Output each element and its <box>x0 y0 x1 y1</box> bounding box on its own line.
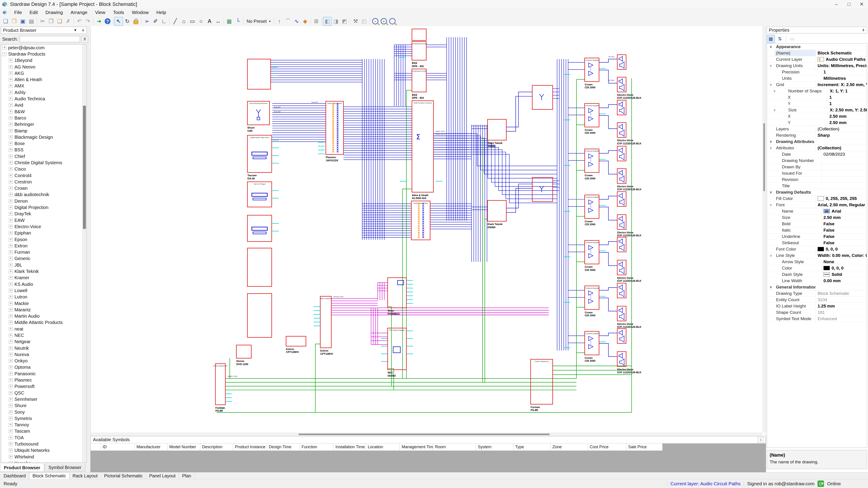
canvas-hscrollbar[interactable] <box>91 432 763 436</box>
tree-item-allen-heath[interactable]: +Allen & Heath <box>1 76 87 83</box>
expand-icon[interactable]: + <box>9 314 13 318</box>
property-row[interactable]: ∨GridIncrement: X: 2.50 mm, Y: 2 <box>767 82 867 88</box>
tree-item-furman[interactable]: +Furman <box>1 249 87 256</box>
text-tool-icon[interactable]: A <box>205 17 214 26</box>
close-button[interactable]: ✕ <box>855 0 868 8</box>
property-row[interactable]: ∨Attributes(Collection) <box>767 145 867 151</box>
property-row[interactable]: Y2.50 mm <box>767 120 867 126</box>
group-tool-icon[interactable]: ⊞ <box>312 17 320 26</box>
select-tool-icon[interactable]: ↖ <box>114 17 123 26</box>
tree-item-sennheiser[interactable]: +Sennheiser <box>1 396 87 402</box>
connector-tool-icon[interactable]: └ <box>234 17 242 26</box>
property-row[interactable]: BoldFalse <box>767 221 867 227</box>
drawing-canvas[interactable]: Dual Diversity ReceiverShureU4DDigital A… <box>90 26 766 436</box>
symbols-col-zone[interactable]: Zone <box>551 444 588 451</box>
fit-region-icon[interactable]: ◰ <box>360 17 368 26</box>
expand-icon[interactable]: + <box>9 219 13 222</box>
expand-icon[interactable]: + <box>9 180 13 184</box>
property-row[interactable]: Issued For <box>767 170 867 176</box>
property-row[interactable]: Fill Color0, 255, 255, 255 <box>767 195 867 202</box>
expand-icon[interactable]: + <box>9 84 13 88</box>
line-tool-icon[interactable]: ╱ <box>171 17 180 26</box>
delete-icon[interactable]: ✗ <box>64 17 72 26</box>
property-row[interactable]: Current LayerAudio Circuit Paths <box>767 56 867 63</box>
expand-icon[interactable]: + <box>9 244 13 248</box>
property-row[interactable]: Arrow StyleNone <box>767 259 867 265</box>
expand-icon[interactable]: + <box>9 186 13 190</box>
panel-header[interactable]: Product Browser ▼ <box>1 27 87 34</box>
expand-icon[interactable]: + <box>9 391 13 395</box>
property-row[interactable]: Size2.50 mm <box>767 215 867 221</box>
property-category[interactable]: ∨General Information <box>767 284 867 290</box>
expand-icon[interactable]: + <box>9 212 13 216</box>
expand-panel-button[interactable]: › <box>757 437 764 443</box>
expand-icon[interactable]: + <box>9 155 13 158</box>
tree-item-nec[interactable]: +NEC <box>1 332 87 338</box>
tab-product-browser[interactable]: Product Browser <box>0 464 44 472</box>
tree-root-item[interactable]: +peter@dpsav.com <box>1 44 87 51</box>
expand-icon[interactable]: + <box>9 429 13 433</box>
property-grid[interactable]: ∨Appearance(Name)Block SchematicCurrent … <box>767 43 867 448</box>
expand-icon[interactable]: + <box>9 461 13 463</box>
tree-item-sony[interactable]: +Sony <box>1 409 87 415</box>
tag-tool-icon[interactable]: ◆ <box>301 17 309 26</box>
tree-item-draytek[interactable]: +DrayTek <box>1 211 87 217</box>
expand-icon[interactable]: + <box>9 372 13 376</box>
tree-item-d-b-audiotechnik[interactable]: +d&b audiotechnik <box>1 192 87 198</box>
tree-item-ashly[interactable]: +Ashly <box>1 89 87 96</box>
tree-item-blackmagic-design[interactable]: +Blackmagic Design <box>1 134 87 140</box>
maximize-button[interactable]: □ <box>843 0 855 8</box>
tree-item-crestron[interactable]: +Crestron <box>1 179 87 185</box>
tree-item-epiphan[interactable]: +Epiphan <box>1 230 87 236</box>
property-row[interactable]: Drawing TypeBlock Schematic <box>767 290 867 297</box>
expand-icon[interactable]: + <box>9 269 13 273</box>
bezier-tool-icon[interactable]: ∿ <box>292 17 301 26</box>
tree-item-barco[interactable]: +Barco <box>1 115 87 121</box>
block-schematic-drawing[interactable]: Dual Diversity ReceiverShureU4DDigital A… <box>91 26 763 431</box>
search-input[interactable] <box>20 36 80 42</box>
expand-icon[interactable]: + <box>9 238 13 241</box>
tree-item-christie-digital-systems[interactable]: +Christie Digital Systems <box>1 160 87 166</box>
expand-icon[interactable]: + <box>9 257 13 260</box>
collapse-icon[interactable]: − <box>2 52 6 56</box>
rotate-tool-icon[interactable]: ↻ <box>123 17 131 26</box>
expand-icon[interactable]: + <box>9 410 13 414</box>
expand-icon[interactable]: + <box>9 193 13 197</box>
expand-icon[interactable]: + <box>9 225 13 229</box>
preset-select[interactable]: No Preset▾ <box>245 17 273 26</box>
tree-item-jbl[interactable]: +JBL <box>1 262 87 268</box>
expand-icon[interactable]: + <box>9 71 13 75</box>
property-row[interactable]: ∨Drawing UnitsUnits: Millimetres, Precis… <box>767 63 867 69</box>
redo-icon[interactable]: ↷ <box>84 17 92 26</box>
tree-item-panasonic[interactable]: +Panasonic <box>1 370 87 377</box>
property-category[interactable]: ∨Drawing Attributes <box>767 138 867 145</box>
doc-tab-dashboard[interactable]: Dashboard <box>0 473 29 479</box>
property-row[interactable]: Font Color0, 0, 0 <box>767 246 867 252</box>
tree-item-digital-projection[interactable]: +Digital Projection <box>1 204 87 210</box>
property-row[interactable]: Title <box>767 183 867 189</box>
property-row[interactable]: Shape Count181 <box>767 309 867 316</box>
expand-icon[interactable]: + <box>9 340 13 344</box>
lock-tool-icon[interactable] <box>131 17 140 26</box>
expand-icon[interactable]: + <box>9 129 13 133</box>
menu-help[interactable]: Help <box>153 8 170 16</box>
property-row[interactable]: (Name)Block Schematic <box>767 50 867 56</box>
property-row[interactable]: NameabArial <box>767 208 867 215</box>
expand-icon[interactable]: + <box>9 65 13 69</box>
new-document-icon[interactable]: ❏ <box>1 17 10 26</box>
expand-icon[interactable]: + <box>9 359 13 363</box>
symbols-col-cost-price[interactable]: Cost Price <box>588 444 626 451</box>
tree-item-extron[interactable]: +Extron <box>1 242 87 249</box>
expand-icon[interactable]: + <box>9 436 13 440</box>
expand-icon[interactable]: + <box>9 417 13 420</box>
tree-scrollbar-thumb[interactable] <box>83 106 86 229</box>
rectangle-tool-icon[interactable]: ▭ <box>188 17 197 26</box>
expand-icon[interactable]: + <box>9 161 13 165</box>
tree-item-b-w[interactable]: +B&W <box>1 108 87 115</box>
expand-icon[interactable]: + <box>9 205 13 209</box>
doc-tab-block-schematic[interactable]: Block Schematic <box>29 473 69 479</box>
product-tree[interactable]: +peter@dpsav.com−Stardraw Products+1Beyo… <box>1 44 87 463</box>
zoom-tool-icon[interactable] <box>388 17 397 26</box>
property-row[interactable]: Symbol Text ModeEnhanced <box>767 316 867 322</box>
expand-icon[interactable]: + <box>9 353 13 357</box>
